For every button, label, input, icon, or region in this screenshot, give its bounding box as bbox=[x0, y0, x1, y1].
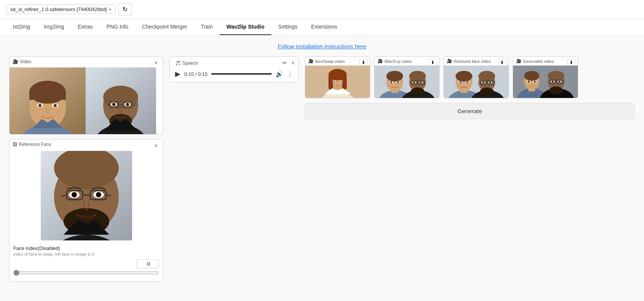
svg-point-66 bbox=[409, 71, 426, 82]
faceswap-download-button[interactable]: ⬇ bbox=[359, 59, 368, 66]
audio-controls: ▶ 0:15 / 0:15 🔊 ⋮ bbox=[175, 70, 293, 78]
workspace: 🎥 Video × bbox=[9, 56, 635, 282]
tab-img2img[interactable]: img2img bbox=[37, 19, 71, 35]
svg-point-62 bbox=[397, 82, 399, 83]
chevron-down-icon: ▾ bbox=[109, 7, 111, 11]
install-link[interactable]: Follow installation instructions here bbox=[9, 43, 635, 50]
faceswap-icon: 🎥 bbox=[308, 59, 314, 64]
svg-point-116 bbox=[549, 86, 563, 94]
svg-point-83 bbox=[467, 82, 469, 83]
video-close-button[interactable]: × bbox=[152, 59, 160, 67]
slider-container bbox=[13, 270, 159, 277]
speech-edit-button[interactable]: ✏ bbox=[282, 60, 287, 66]
face-index-row bbox=[13, 259, 159, 268]
wav2lip-thumbnail bbox=[375, 66, 439, 98]
svg-point-95 bbox=[480, 88, 494, 95]
nav-tabs: txt2img img2img Extras PNG Info Checkpoi… bbox=[0, 19, 644, 35]
tab-checkpoint-merger[interactable]: Checkpoint Merger bbox=[135, 19, 194, 35]
speech-icon: 🎵 bbox=[175, 61, 181, 66]
svg-point-37 bbox=[96, 192, 101, 197]
svg-point-36 bbox=[72, 192, 77, 197]
video-frame-left bbox=[10, 67, 86, 134]
svg-point-9 bbox=[38, 104, 41, 107]
output-faceswap: 🎥 faceSwap video ⬇ bbox=[305, 56, 370, 98]
output-restored: 🎥 Restored face video ⬇ bbox=[443, 56, 509, 98]
tab-txt2img[interactable]: txt2img bbox=[6, 19, 37, 35]
svg-point-58 bbox=[386, 71, 403, 82]
generate-button[interactable]: Generate bbox=[305, 103, 635, 119]
svg-rect-6 bbox=[29, 92, 66, 100]
svg-point-90 bbox=[483, 82, 485, 83]
generated-download-button[interactable]: ⬇ bbox=[567, 59, 575, 66]
svg-point-79 bbox=[456, 71, 472, 82]
model-select[interactable]: sd_xl_refiner_1.0.safetensors [7440042bb… bbox=[6, 5, 115, 14]
svg-point-111 bbox=[552, 81, 554, 83]
video-box: 🎥 Video × bbox=[9, 56, 163, 134]
svg-point-108 bbox=[548, 71, 564, 81]
svg-point-20 bbox=[112, 103, 115, 106]
svg-rect-54 bbox=[375, 66, 439, 98]
tab-wav2lip[interactable]: Wav2lip Studio bbox=[220, 19, 271, 35]
face-index-section: Face index(Disabled) index of face to sw… bbox=[10, 242, 163, 282]
face-index-hint: index of face to swap, left face in imag… bbox=[13, 252, 159, 256]
reference-face-box: 🖼 Reference Face × bbox=[9, 139, 163, 282]
play-button[interactable]: ▶ bbox=[175, 70, 180, 78]
svg-point-70 bbox=[420, 82, 422, 83]
svg-point-52 bbox=[333, 81, 335, 82]
reference-face-label: 🖼 Reference Face bbox=[13, 142, 51, 147]
svg-point-21 bbox=[126, 103, 129, 106]
faceswap-thumbnail bbox=[305, 66, 370, 98]
reference-face-icon: 🖼 bbox=[13, 142, 17, 147]
reference-face-close-button[interactable]: × bbox=[152, 142, 160, 149]
svg-point-104 bbox=[534, 81, 536, 83]
svg-rect-75 bbox=[444, 66, 509, 98]
output-wav2lip: 🎥 Wav2Lip video ⬇ bbox=[374, 56, 440, 98]
progress-bar[interactable] bbox=[211, 73, 272, 75]
generated-icon: 🎥 bbox=[516, 59, 521, 64]
time-display: 0:15 / 0:15 bbox=[184, 71, 207, 77]
model-name: sd_xl_refiner_1.0.safetensors [7440042bb… bbox=[10, 6, 107, 12]
tab-extras[interactable]: Extras bbox=[71, 19, 100, 35]
svg-point-53 bbox=[340, 81, 342, 82]
svg-point-103 bbox=[528, 81, 530, 83]
svg-point-91 bbox=[489, 82, 491, 83]
svg-point-100 bbox=[524, 71, 539, 81]
speech-box: 🎵 Speech ✏ × ▶ 0:15 / 0:15 🔊 ⋮ bbox=[169, 56, 299, 82]
more-options-icon[interactable]: ⋮ bbox=[287, 70, 293, 78]
restored-download-button[interactable]: ⬇ bbox=[498, 59, 506, 66]
svg-rect-48 bbox=[328, 75, 333, 90]
restored-icon: 🎥 bbox=[447, 59, 452, 64]
refresh-button[interactable]: ↻ bbox=[118, 3, 132, 16]
svg-point-69 bbox=[413, 82, 415, 83]
tab-settings[interactable]: Settings bbox=[271, 19, 304, 35]
speech-close-button[interactable]: × bbox=[292, 60, 295, 66]
main-content: Follow installation instructions here 🎥 … bbox=[0, 35, 644, 298]
svg-point-10 bbox=[54, 104, 57, 107]
generated-thumbnail bbox=[513, 66, 578, 98]
wav2lip-icon: 🎥 bbox=[378, 59, 383, 64]
video-icon: 🎥 bbox=[13, 59, 18, 64]
face-index-label: Face index(Disabled) bbox=[13, 245, 159, 251]
tab-train[interactable]: Train bbox=[194, 19, 220, 35]
top-bar: sd_xl_refiner_1.0.safetensors [7440042bb… bbox=[0, 0, 644, 19]
svg-point-87 bbox=[478, 71, 495, 82]
svg-point-112 bbox=[559, 81, 561, 83]
video-outputs: 🎥 faceSwap video ⬇ bbox=[305, 56, 635, 98]
volume-icon[interactable]: 🔊 bbox=[276, 70, 283, 78]
video-frame-right bbox=[86, 67, 156, 134]
tab-extensions[interactable]: Extensions bbox=[304, 19, 344, 35]
svg-point-74 bbox=[411, 88, 424, 95]
svg-point-82 bbox=[460, 82, 462, 83]
face-index-slider[interactable] bbox=[13, 270, 159, 276]
restored-thumbnail bbox=[444, 66, 509, 98]
video-label: 🎥 Video bbox=[13, 59, 31, 64]
video-frames bbox=[10, 67, 163, 134]
svg-point-61 bbox=[391, 82, 392, 83]
progress-bar-fill bbox=[211, 73, 272, 75]
face-index-input[interactable] bbox=[136, 259, 159, 268]
left-panel: 🎥 Video × bbox=[9, 56, 163, 282]
wav2lip-download-button[interactable]: ⬇ bbox=[429, 59, 437, 66]
tab-png-info[interactable]: PNG Info bbox=[100, 19, 135, 35]
right-panel: 🎥 faceSwap video ⬇ bbox=[305, 56, 635, 119]
output-generated: 🎥 Generated video ⬇ bbox=[513, 56, 578, 98]
